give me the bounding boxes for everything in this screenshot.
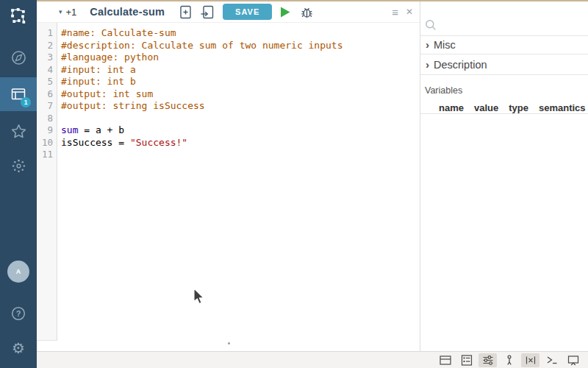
panel-close-icon[interactable]: ✕: [406, 7, 413, 16]
search-icon: [425, 19, 437, 31]
person-icon: [504, 355, 514, 366]
chevron-right-icon: [426, 38, 434, 52]
avatar-letter: A: [16, 268, 21, 275]
console-icon: [546, 355, 558, 366]
dotted-gear-icon: [11, 158, 26, 174]
bug-icon: [300, 5, 314, 19]
tabs-overflow-badge[interactable]: +1: [66, 7, 77, 18]
section-misc[interactable]: Misc: [420, 36, 588, 54]
line-number: 2: [37, 40, 57, 52]
tune-sliders-button[interactable]: [478, 353, 497, 367]
add-script-icon: [179, 5, 192, 19]
script-editor-panel: ▾ +1 Calculate-sum: [37, 1, 420, 351]
sidebar-item-workspace[interactable]: 1: [0, 77, 37, 111]
presentation-icon: [567, 355, 579, 366]
variables-table-header: name value type semantics: [420, 102, 588, 113]
section-misc-label: Misc: [434, 39, 456, 51]
splitter-grip-icon[interactable]: [228, 342, 230, 344]
col-name: name: [439, 102, 464, 113]
variables-view-button[interactable]: [521, 353, 539, 367]
code-content[interactable]: #name: Calculate-sum#description: Calcul…: [57, 23, 343, 351]
line-number: 11: [37, 149, 57, 161]
col-value: value: [474, 102, 498, 113]
tabs-dropdown-caret-icon[interactable]: ▾: [59, 8, 62, 15]
code-line[interactable]: #description: Calculate sum of two numer…: [61, 40, 343, 52]
code-line[interactable]: [61, 113, 343, 125]
variables-section: Variables name value type semantics: [420, 75, 588, 114]
section-description[interactable]: Description: [420, 54, 588, 75]
line-number: 8: [37, 113, 57, 125]
line-number: 10: [37, 137, 57, 149]
console-button[interactable]: [542, 353, 561, 367]
import-script-button[interactable]: [201, 5, 214, 19]
app-logo[interactable]: [0, 0, 37, 32]
properties-form-icon: [461, 355, 473, 366]
debug-script-button[interactable]: [300, 5, 314, 19]
col-type: type: [509, 102, 528, 113]
line-number-gutter: 1234567891011: [37, 23, 57, 341]
chevron-right-icon: [426, 58, 434, 71]
line-number: 6: [37, 88, 57, 101]
code-line[interactable]: #output: string isSuccess: [61, 100, 343, 113]
context-panel: Misc Description Variables name value ty…: [420, 1, 588, 351]
run-script-button[interactable]: [279, 6, 291, 18]
import-script-icon: [201, 5, 214, 19]
play-icon: [279, 6, 291, 18]
sidebar-help-button[interactable]: ?: [0, 299, 37, 328]
code-line[interactable]: sum = a + b: [61, 124, 343, 137]
datagrok-graph-logo-icon: [10, 7, 27, 25]
code-line[interactable]: [61, 149, 343, 161]
help-icon: ?: [10, 305, 26, 322]
main-area: ▾ +1 Calculate-sum: [37, 0, 588, 368]
code-line[interactable]: #output: int sum: [61, 88, 343, 101]
settings-gear-icon: ⚙: [12, 341, 25, 355]
compass-icon: [10, 49, 27, 66]
line-number: 3: [37, 52, 57, 64]
line-number: 7: [37, 100, 57, 113]
code-line[interactable]: #input: int b: [61, 76, 343, 88]
add-script-button[interactable]: [179, 5, 192, 19]
variables-x-icon: [525, 355, 537, 366]
line-number: 4: [37, 64, 57, 77]
presentation-button[interactable]: [564, 353, 582, 367]
col-semantics: semantics: [539, 102, 586, 113]
variables-label: Variables: [425, 85, 588, 96]
save-button[interactable]: SAVE: [223, 4, 272, 20]
editor-toolbar: ▾ +1 Calculate-sum: [37, 1, 420, 23]
tune-sliders-icon: [482, 355, 494, 366]
panel-layout-button[interactable]: [436, 353, 454, 367]
code-line[interactable]: #language: python: [61, 52, 343, 64]
panel-menu-icon[interactable]: ≡: [392, 7, 398, 18]
search-input[interactable]: [441, 20, 588, 31]
code-line[interactable]: isSuccess = "Success!": [61, 137, 343, 149]
sidebar-item-browse[interactable]: [0, 43, 37, 72]
code-editor[interactable]: 1234567891011 #name: Calculate-sum#descr…: [37, 23, 420, 351]
left-sidebar: 1 A ?: [0, 0, 37, 368]
context-search-row: [420, 1, 588, 36]
app-window: 1 A ?: [0, 0, 588, 368]
code-line[interactable]: #input: int a: [61, 64, 343, 77]
workspace-count-badge: 1: [21, 97, 31, 107]
line-number: 5: [37, 76, 57, 88]
person-button[interactable]: [500, 353, 518, 367]
bottom-toolbar: [37, 351, 588, 368]
user-avatar[interactable]: A: [7, 261, 29, 283]
sidebar-settings-button[interactable]: ⚙: [0, 333, 37, 363]
code-line[interactable]: #name: Calculate-sum: [61, 27, 343, 40]
star-icon: [10, 123, 27, 140]
line-number: 9: [37, 124, 57, 137]
sidebar-item-manage[interactable]: [0, 151, 37, 180]
svg-text:?: ?: [16, 309, 21, 318]
script-title: Calculate-sum: [90, 6, 165, 18]
sidebar-item-favorites[interactable]: [0, 116, 37, 146]
line-number: 1: [37, 27, 57, 40]
section-description-label: Description: [434, 59, 487, 71]
panel-layout-icon: [440, 355, 451, 366]
properties-form-button[interactable]: [457, 353, 476, 367]
